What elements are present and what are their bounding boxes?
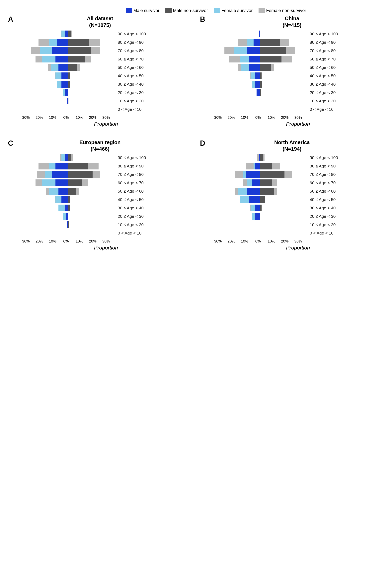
male-nonsurvivor-bar bbox=[68, 196, 70, 203]
age-label: 30 ≤ Age < 40 bbox=[310, 82, 336, 86]
female-nonsurvivor-right-bar bbox=[71, 30, 72, 37]
tick-label: 20% bbox=[87, 239, 99, 244]
bar-right bbox=[260, 98, 308, 104]
male-survivor-left-bar bbox=[255, 81, 260, 88]
bar-right bbox=[260, 30, 308, 37]
bar-left bbox=[212, 30, 260, 37]
bar-container bbox=[212, 163, 308, 170]
female-nonsurvivor-right-bar bbox=[272, 180, 277, 186]
male-nonsurvivor-bar bbox=[68, 154, 71, 161]
female-nonsurvivor-right-bar bbox=[88, 163, 99, 170]
tick-label: 10% bbox=[73, 239, 85, 244]
male-nonsurvivor-bar bbox=[260, 39, 280, 46]
bar-left bbox=[212, 196, 260, 203]
bar-right bbox=[68, 56, 116, 62]
bar-row: 90 ≤ Age < 100 bbox=[212, 30, 384, 38]
proportion-label-A: Proportion bbox=[20, 121, 192, 127]
bar-container bbox=[212, 106, 308, 113]
bar-row: 30 ≤ Age < 40 bbox=[20, 81, 192, 88]
bar-row: 10 ≤ Age < 20 bbox=[212, 98, 384, 104]
bar-left bbox=[212, 221, 260, 228]
bar-right bbox=[68, 230, 116, 236]
tick-label: 0% bbox=[252, 239, 264, 244]
male-survivor-left-bar bbox=[52, 171, 68, 178]
bar-right bbox=[260, 47, 308, 54]
age-label: 20 ≤ Age < 30 bbox=[310, 90, 336, 95]
male-nonsurvivor-bar bbox=[68, 39, 89, 46]
tick-label: 20% bbox=[225, 115, 237, 120]
bar-row: 60 ≤ Age < 70 bbox=[212, 56, 384, 63]
male-survivor-left-bar bbox=[255, 163, 260, 170]
bar-left bbox=[20, 56, 68, 62]
female-nonsurvivor-right-bar bbox=[71, 154, 73, 161]
female-nonsurvivor-bar bbox=[48, 64, 51, 71]
bar-container bbox=[20, 154, 116, 161]
female-survivor-bar bbox=[238, 188, 247, 194]
bar-left bbox=[212, 163, 260, 170]
bar-row: 80 ≤ Age < 90 bbox=[20, 162, 192, 170]
male-survivor-left-bar bbox=[65, 89, 68, 96]
male-survivor-left-bar bbox=[55, 163, 68, 170]
age-label: 10 ≤ Age < 20 bbox=[310, 98, 336, 104]
bar-left bbox=[212, 230, 260, 236]
male-survivor-left-bar bbox=[55, 56, 68, 62]
female-nonsurvivor-right-bar bbox=[70, 72, 70, 79]
tick-label: 30% bbox=[292, 239, 304, 244]
bar-right bbox=[68, 221, 116, 228]
male-nonsurvivor-bar bbox=[68, 180, 82, 186]
bar-container bbox=[20, 163, 116, 170]
female-survivor-bar bbox=[240, 56, 249, 62]
female-survivor-bar bbox=[61, 30, 64, 37]
age-label: 10 ≤ Age < 20 bbox=[118, 222, 144, 227]
legend-item-male-nonsurvivor: Male non-survivor bbox=[165, 8, 208, 13]
bar-container bbox=[20, 98, 116, 104]
female-nonsurvivor-right-bar bbox=[285, 171, 292, 178]
panel-A: AAll dataset(N=1075)90 ≤ Age < 10080 ≤ A… bbox=[8, 15, 192, 127]
tick-label: 20% bbox=[33, 115, 45, 120]
tick-label: 20% bbox=[87, 115, 99, 120]
bar-container bbox=[212, 221, 308, 228]
female-survivor-bar bbox=[241, 64, 249, 71]
bar-container bbox=[20, 188, 116, 194]
tick-label: 20% bbox=[279, 115, 291, 120]
female-survivor-bar bbox=[55, 72, 62, 79]
male-survivor-left-bar bbox=[249, 196, 260, 203]
female-survivor-bar bbox=[243, 171, 246, 178]
male-survivor-left-bar bbox=[65, 204, 68, 211]
male-nonsurvivor-bar bbox=[68, 47, 91, 54]
bar-container bbox=[212, 56, 308, 62]
age-label: 40 ≤ Age < 50 bbox=[310, 74, 336, 78]
bar-left bbox=[20, 180, 68, 186]
male-nonsurvivor-bar bbox=[68, 221, 69, 228]
bar-left bbox=[20, 39, 68, 46]
x-ticks: 30%20%10%0%10%20%30% bbox=[212, 115, 304, 120]
age-label: 0 < Age < 10 bbox=[118, 107, 141, 112]
bar-left bbox=[212, 213, 260, 220]
tick-label: 10% bbox=[239, 239, 251, 244]
bar-left bbox=[212, 204, 260, 211]
tick-label: 10% bbox=[47, 115, 59, 120]
female-survivor-bar bbox=[247, 180, 252, 186]
female-survivor-bar bbox=[57, 81, 61, 88]
bar-left bbox=[212, 188, 260, 194]
male-nonsurvivor-bar bbox=[260, 81, 263, 88]
bar-container bbox=[212, 180, 308, 186]
age-label: 70 ≤ Age < 80 bbox=[118, 48, 144, 53]
proportion-label-D: Proportion bbox=[212, 245, 384, 251]
bar-left bbox=[20, 72, 68, 79]
bar-container bbox=[212, 230, 308, 236]
male-survivor-left-bar bbox=[58, 64, 68, 71]
female-nonsurvivor-bar bbox=[238, 39, 247, 46]
bar-right bbox=[68, 81, 116, 88]
female-survivor-bar bbox=[234, 47, 247, 54]
age-label: 80 ≤ Age < 90 bbox=[118, 40, 144, 45]
male-survivor-left-bar bbox=[249, 56, 260, 62]
bar-left bbox=[20, 204, 68, 211]
proportion-label-C: Proportion bbox=[20, 245, 192, 251]
female-nonsurvivor-right-bar bbox=[70, 196, 70, 203]
bar-row: 40 ≤ Age < 50 bbox=[20, 196, 192, 203]
bar-right bbox=[68, 47, 116, 54]
legend-label-male-nonsurvivor: Male non-survivor bbox=[173, 8, 208, 13]
male-nonsurvivor-bar bbox=[68, 30, 71, 37]
female-survivor-bar bbox=[49, 188, 58, 194]
